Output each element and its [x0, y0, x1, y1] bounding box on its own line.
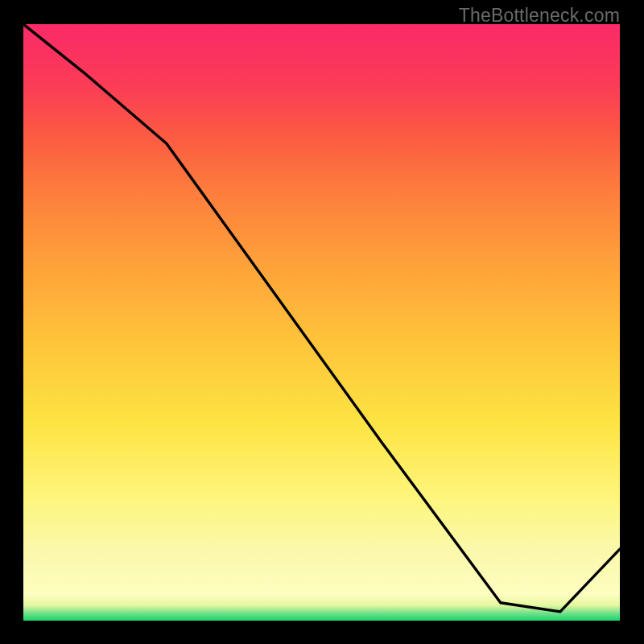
curve-layer: [23, 24, 620, 621]
chart-frame: TheBottleneck.com: [0, 0, 644, 644]
bottleneck-curve: [23, 24, 620, 612]
plot-area: [23, 24, 620, 621]
watermark-text: TheBottleneck.com: [459, 5, 620, 27]
